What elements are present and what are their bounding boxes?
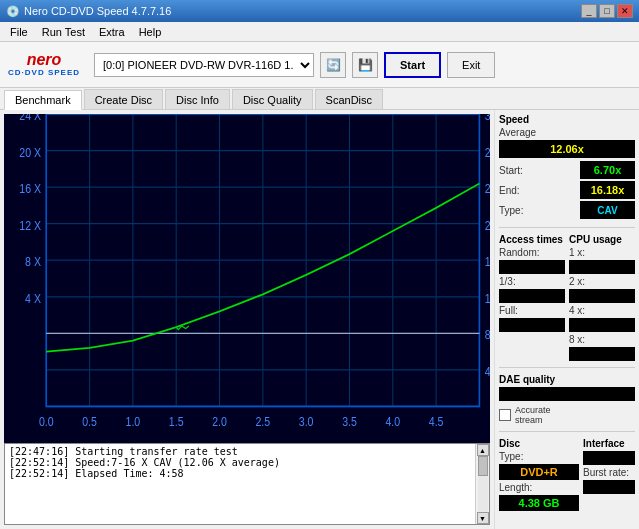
access-cpu-section: Access times Random: 1/3: Full: CPU usag… bbox=[499, 234, 635, 361]
cpu-1x-row: 1 x: bbox=[569, 247, 635, 258]
log-content: [22:47:16] Starting transfer rate test [… bbox=[5, 444, 475, 524]
menubar: File Run Test Extra Help bbox=[0, 22, 639, 42]
cpu-2x-label: 2 x: bbox=[569, 276, 585, 287]
speed-start-row: Start: 6.70x bbox=[499, 161, 635, 179]
exit-button[interactable]: Exit bbox=[447, 52, 495, 78]
log-scrollbar: ▲ ▼ bbox=[475, 444, 489, 524]
random-value-bar bbox=[499, 260, 565, 274]
svg-rect-0 bbox=[4, 114, 490, 443]
burst-label: Burst rate: bbox=[583, 467, 629, 478]
access-times-section: Access times Random: 1/3: Full: bbox=[499, 234, 565, 361]
tab-disc-quality[interactable]: Disc Quality bbox=[232, 89, 313, 109]
stream-text: stream bbox=[515, 415, 551, 425]
dae-section: DAE quality Accurate stream bbox=[499, 374, 635, 425]
svg-text:4.5: 4.5 bbox=[429, 415, 444, 428]
menu-extra[interactable]: Extra bbox=[93, 25, 131, 39]
log-scroll-thumb[interactable] bbox=[478, 456, 488, 476]
svg-text:4: 4 bbox=[485, 365, 490, 378]
speed-title: Speed bbox=[499, 114, 635, 125]
type-label: Type: bbox=[499, 205, 523, 216]
speed-type-row: Type: CAV bbox=[499, 201, 635, 219]
svg-text:8 X: 8 X bbox=[25, 256, 41, 269]
disc-length-value: 4.38 GB bbox=[499, 495, 579, 511]
titlebar-controls: _ □ ✕ bbox=[581, 4, 633, 18]
svg-text:0.5: 0.5 bbox=[82, 415, 97, 428]
average-value: 12.06x bbox=[499, 140, 635, 158]
svg-text:0.0: 0.0 bbox=[39, 415, 54, 428]
burst-value-bar bbox=[583, 480, 635, 494]
access-title: Access times bbox=[499, 234, 565, 245]
start-button[interactable]: Start bbox=[384, 52, 441, 78]
disc-length-label: Length: bbox=[499, 482, 532, 493]
app-title: Nero CD-DVD Speed 4.7.7.16 bbox=[24, 5, 171, 17]
minimize-button[interactable]: _ bbox=[581, 4, 597, 18]
disc-type-value: DVD+R bbox=[499, 464, 579, 480]
cpu-4x-bar bbox=[569, 318, 635, 332]
speed-section: Speed Average 12.06x Start: 6.70x End: 1… bbox=[499, 114, 635, 221]
device-select[interactable]: [0:0] PIONEER DVD-RW DVR-116D 1.09 bbox=[94, 53, 314, 77]
svg-text:16 X: 16 X bbox=[19, 183, 41, 196]
disc-type-row: Type: bbox=[499, 451, 579, 462]
log-line-1: [22:47:16] Starting transfer rate test bbox=[9, 446, 471, 457]
log-scroll-down[interactable]: ▼ bbox=[477, 512, 489, 524]
svg-text:20 X: 20 X bbox=[19, 146, 41, 159]
svg-text:2.0: 2.0 bbox=[212, 415, 227, 428]
svg-text:28: 28 bbox=[485, 146, 490, 159]
main-content: 24 X 20 X 16 X 12 X 8 X 4 X 32 28 24 20 … bbox=[0, 110, 639, 529]
cpu-2x-row: 2 x: bbox=[569, 276, 635, 287]
menu-help[interactable]: Help bbox=[133, 25, 168, 39]
cpu-section: CPU usage 1 x: 2 x: 4 x: 8 x: bbox=[569, 234, 635, 361]
svg-text:12 X: 12 X bbox=[19, 219, 41, 232]
save-icon-button[interactable]: 💾 bbox=[352, 52, 378, 78]
random-row: Random: bbox=[499, 247, 565, 258]
full-row: Full: bbox=[499, 305, 565, 316]
maximize-button[interactable]: □ bbox=[599, 4, 615, 18]
one-third-row: 1/3: bbox=[499, 276, 565, 287]
accurate-stream-row: Accurate stream bbox=[499, 405, 635, 425]
cpu-4x-label: 4 x: bbox=[569, 305, 585, 316]
tab-create-disc[interactable]: Create Disc bbox=[84, 89, 163, 109]
close-button[interactable]: ✕ bbox=[617, 4, 633, 18]
log-line-3: [22:52:14] Elapsed Time: 4:58 bbox=[9, 468, 471, 479]
full-value-bar bbox=[499, 318, 565, 332]
disc-interface-section: Disc Type: DVD+R Length: 4.38 GB Interfa… bbox=[499, 438, 635, 511]
logo-nero: nero bbox=[27, 52, 62, 68]
accurate-stream-checkbox[interactable] bbox=[499, 409, 511, 421]
right-panel: Speed Average 12.06x Start: 6.70x End: 1… bbox=[494, 110, 639, 529]
end-value: 16.18x bbox=[580, 181, 635, 199]
accurate-label: Accurate stream bbox=[515, 405, 551, 425]
svg-text:1.5: 1.5 bbox=[169, 415, 184, 428]
tab-scan-disc[interactable]: ScanDisc bbox=[315, 89, 383, 109]
svg-text:4.0: 4.0 bbox=[385, 415, 400, 428]
log-scroll-up[interactable]: ▲ bbox=[477, 444, 489, 456]
tabs-bar: Benchmark Create Disc Disc Info Disc Qua… bbox=[0, 88, 639, 110]
cpu-8x-bar bbox=[569, 347, 635, 361]
tab-disc-info[interactable]: Disc Info bbox=[165, 89, 230, 109]
svg-text:32: 32 bbox=[485, 114, 490, 122]
svg-text:16: 16 bbox=[485, 256, 490, 269]
cpu-1x-label: 1 x: bbox=[569, 247, 585, 258]
tab-benchmark[interactable]: Benchmark bbox=[4, 90, 82, 110]
menu-run-test[interactable]: Run Test bbox=[36, 25, 91, 39]
average-label: Average bbox=[499, 127, 536, 138]
cpu-2x-bar bbox=[569, 289, 635, 303]
titlebar-title: 💿 Nero CD-DVD Speed 4.7.7.16 bbox=[6, 5, 171, 18]
start-value: 6.70x bbox=[580, 161, 635, 179]
svg-text:3.0: 3.0 bbox=[299, 415, 314, 428]
cpu-title: CPU usage bbox=[569, 234, 635, 245]
start-label: Start: bbox=[499, 165, 523, 176]
speed-end-row: End: 16.18x bbox=[499, 181, 635, 199]
interface-section: Interface Burst rate: bbox=[583, 438, 635, 511]
random-label: Random: bbox=[499, 247, 540, 258]
one-third-value-bar bbox=[499, 289, 565, 303]
cpu-1x-bar bbox=[569, 260, 635, 274]
refresh-icon-button[interactable]: 🔄 bbox=[320, 52, 346, 78]
one-third-label: 1/3: bbox=[499, 276, 516, 287]
disc-title: Disc bbox=[499, 438, 579, 449]
svg-text:24: 24 bbox=[485, 183, 490, 196]
disc-section: Disc Type: DVD+R Length: 4.38 GB bbox=[499, 438, 579, 511]
log-scroll-track bbox=[478, 456, 488, 512]
toolbar: nero CD·DVD SPEED [0:0] PIONEER DVD-RW D… bbox=[0, 42, 639, 88]
dae-title: DAE quality bbox=[499, 374, 635, 385]
menu-file[interactable]: File bbox=[4, 25, 34, 39]
